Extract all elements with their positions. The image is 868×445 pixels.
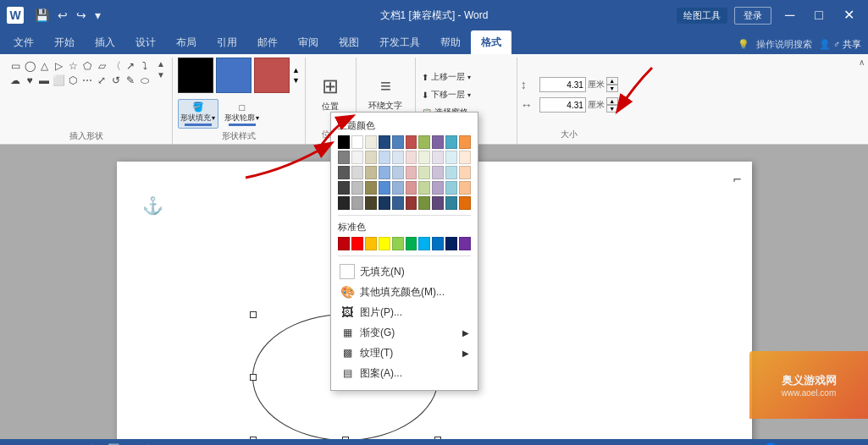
other-fill-item[interactable]: 🎨 其他填充颜色(M)... (338, 282, 471, 302)
theme-swatch-1-5[interactable] (392, 135, 404, 149)
theme-swatch-4-7[interactable] (418, 181, 430, 195)
theme-swatch-1-9[interactable] (445, 135, 457, 149)
std-swatch-5[interactable] (392, 237, 404, 250)
wraptext-label[interactable]: 环绕文字 (368, 100, 402, 112)
theme-swatch-4-6[interactable] (406, 181, 417, 195)
shape-hex[interactable]: ⬡ (66, 74, 80, 87)
tab-insert[interactable]: 插入 (85, 30, 125, 54)
theme-swatch-5-7[interactable] (418, 196, 430, 210)
height-input[interactable] (539, 77, 586, 92)
position-icon[interactable]: ⊞ (322, 74, 339, 98)
minimize-button[interactable]: ─ (778, 0, 801, 30)
resize-handle-br[interactable] (434, 437, 441, 439)
style-dropdown[interactable]: ▼ (292, 76, 300, 85)
theme-swatch-3-3[interactable] (365, 166, 377, 179)
shape-cloud[interactable]: ☁ (8, 74, 22, 87)
theme-swatch-2-5[interactable] (392, 151, 404, 164)
theme-swatch-3-8[interactable] (432, 166, 444, 179)
shape-outline-button[interactable]: □ 形状轮廓 ▾ (222, 101, 263, 128)
std-swatch-2[interactable] (351, 237, 363, 250)
shape-refresh[interactable]: ↺ (109, 74, 123, 87)
theme-swatch-4-10[interactable] (459, 181, 471, 195)
tab-developer[interactable]: 开发工具 (369, 30, 430, 54)
theme-swatch-2-7[interactable] (418, 151, 430, 164)
undo-button[interactable]: ↩ (55, 7, 70, 24)
redo-button[interactable]: ↪ (74, 7, 89, 24)
tab-design[interactable]: 设计 (125, 30, 166, 54)
height-up[interactable]: ▲ (606, 77, 618, 85)
shape-heart[interactable]: ♥ (23, 74, 36, 87)
theme-swatch-1-3[interactable] (365, 135, 377, 149)
theme-swatch-5-9[interactable] (445, 196, 457, 210)
theme-swatch-4-4[interactable] (379, 181, 390, 195)
tab-format[interactable]: 格式 (471, 30, 511, 54)
theme-swatch-4-1[interactable] (338, 181, 350, 195)
login-button[interactable]: 登录 (734, 7, 771, 25)
theme-swatch-4-3[interactable] (365, 181, 377, 195)
shapes-scroll-down[interactable]: ▼ (157, 70, 165, 80)
shape-arrow-right[interactable]: ▷ (52, 59, 65, 73)
theme-swatch-4-9[interactable] (445, 181, 457, 195)
theme-swatch-4-2[interactable] (351, 181, 363, 195)
theme-swatch-2-3[interactable] (365, 151, 377, 164)
theme-swatch-5-6[interactable] (406, 196, 417, 210)
theme-swatch-5-3[interactable] (365, 196, 377, 210)
theme-swatch-3-6[interactable] (406, 166, 417, 179)
shape-oval[interactable]: ⬭ (138, 74, 152, 87)
theme-swatch-3-4[interactable] (379, 166, 390, 179)
theme-swatch-2-10[interactable] (459, 151, 471, 164)
theme-swatch-2-1[interactable] (338, 151, 350, 164)
tab-mail[interactable]: 邮件 (247, 30, 288, 54)
tab-layout[interactable]: 布局 (166, 30, 207, 54)
theme-swatch-5-10[interactable] (459, 196, 471, 210)
shape-parallelogram[interactable]: ▱ (95, 59, 108, 73)
style-swatch-red[interactable] (254, 58, 290, 93)
theme-swatch-5-5[interactable] (392, 196, 404, 210)
pattern-item[interactable]: ▤ 图案(A)... (338, 363, 471, 383)
shape-bracket[interactable]: 〈 (109, 59, 123, 73)
qa-dropdown[interactable]: ▾ (92, 7, 103, 24)
resize-handle-bl[interactable] (250, 437, 257, 439)
theme-swatch-1-1[interactable] (338, 135, 350, 149)
move-up-button[interactable]: ⬆ 上移一层 ▾ (419, 69, 513, 85)
search-hint[interactable]: 操作说明搜索 (756, 38, 812, 51)
shape-square[interactable]: ⬜ (52, 74, 65, 87)
tab-help[interactable]: 帮助 (430, 30, 471, 54)
shape-line[interactable]: ▬ (37, 74, 51, 87)
shape-triangle[interactable]: △ (37, 59, 51, 73)
theme-swatch-2-2[interactable] (351, 151, 363, 164)
wraptext-icon[interactable]: ≡ (380, 75, 391, 97)
tab-view[interactable]: 视图 (329, 30, 369, 54)
theme-swatch-1-10[interactable] (459, 135, 471, 149)
theme-swatch-4-8[interactable] (432, 181, 444, 195)
theme-swatch-3-5[interactable] (392, 166, 404, 179)
theme-swatch-5-4[interactable] (379, 196, 390, 210)
shape-dots[interactable]: ⋯ (80, 74, 94, 87)
collapse-ribbon-button[interactable]: ∧ (859, 58, 865, 67)
shape-pentagon[interactable]: ⬠ (80, 59, 94, 73)
width-up[interactable]: ▲ (606, 97, 618, 105)
shapes-scroll-up[interactable]: ▲ (157, 59, 165, 69)
share-button[interactable]: 👤 ♂ 共享 (819, 38, 861, 51)
shape-rect[interactable]: ▭ (8, 59, 22, 73)
theme-swatch-1-6[interactable] (406, 135, 417, 149)
position-label[interactable]: 位置 (322, 101, 339, 113)
shape-fill-button[interactable]: 🪣 形状填充 ▾ (178, 99, 218, 129)
std-swatch-8[interactable] (432, 237, 444, 250)
theme-swatch-3-1[interactable] (338, 166, 350, 179)
resize-handle-tl[interactable] (250, 311, 257, 318)
fill-dropdown-icon[interactable]: ▾ (212, 114, 215, 122)
theme-swatch-2-4[interactable] (379, 151, 390, 164)
width-down[interactable]: ▼ (606, 105, 618, 113)
theme-swatch-4-5[interactable] (392, 181, 404, 195)
shape-star[interactable]: ☆ (66, 59, 80, 73)
theme-swatch-3-10[interactable] (459, 166, 471, 179)
theme-swatch-1-2[interactable] (351, 135, 363, 149)
std-swatch-10[interactable] (459, 237, 471, 250)
shape-arrow-diag[interactable]: ↗ (124, 59, 137, 73)
no-fill-item[interactable]: 无填充(N) (338, 261, 471, 282)
std-swatch-3[interactable] (365, 237, 377, 250)
picture-item[interactable]: 🖼 图片(P)... (338, 302, 471, 322)
close-button[interactable]: ✕ (837, 0, 861, 30)
shape-pencil[interactable]: ✎ (124, 74, 137, 87)
